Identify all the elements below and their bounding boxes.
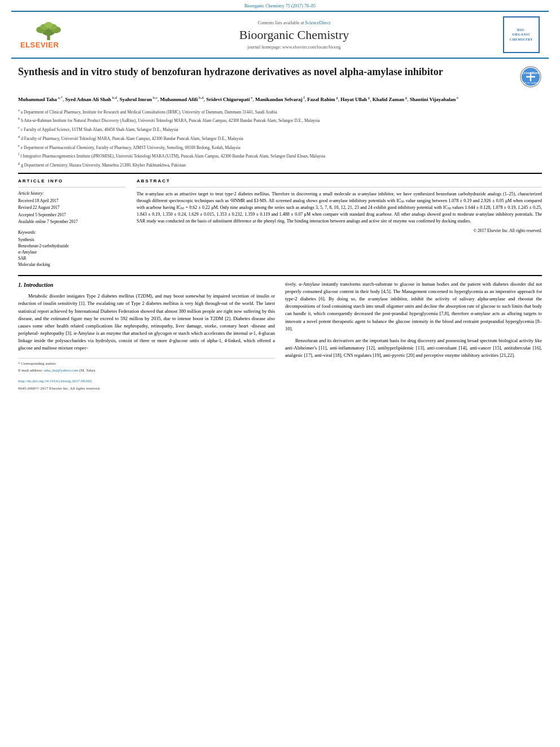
abstract-text: The α-amylase acts as attractive target … [137,191,542,225]
affil-d: d d Faculty of Pharmacy, Universiti Tekn… [18,134,542,142]
main-content: Synthesis and in vitro study of benzofur… [0,59,560,404]
keywords-label: Keywords: [18,230,125,235]
authors-line: Muhammad Taha a,*, Syed Adnan Ali Shah b… [18,95,542,104]
affil-g: g g Department of Chemistry, Hazara Univ… [18,160,542,168]
sciencedirect-link[interactable]: ScienceDirect [305,20,331,25]
doi-link[interactable]: http://dx.doi.org/10.1016/j.bioorg.2017.… [18,379,92,383]
journal-header-right: BIO-ORGANICCHEMISTRY [495,16,540,53]
journal-homepage: journal homepage: www.elsevier.com/locat… [94,45,495,50]
affiliations-block: a a Department of Clinical Pharmacy, Ins… [18,107,542,168]
article-info-column: ARTICLE INFO Article history: Received 1… [18,178,125,268]
elsevier-wordmark: ELSEVIER [20,41,59,49]
body-two-col: 1. Introduction Metabolic disorder insti… [18,281,542,394]
abstract-divider [137,187,542,187]
article-title: Synthesis and in vitro study of benzofur… [18,65,513,78]
keyword-3: SAR [18,256,125,261]
journal-header: ELSEVIER Contents lists available at Sci… [11,11,549,59]
email-link[interactable]: taha_hej@yahoo.com [44,368,78,373]
intro-paragraph-2: tively. α-Amylase instantly transforms s… [285,281,542,333]
history-label: Article history: [18,191,125,196]
elsevier-logo-block: ELSEVIER [20,21,94,49]
keyword-1: Benzofuran-2-carbohydrazide [18,243,125,248]
affil-b: b b Atta-ur-Rahman Institute for Natural… [18,116,542,124]
sciencedirect-line: Contents lists available at ScienceDirec… [94,20,495,25]
copyright-line: © 2017 Elsevier Inc. All rights reserved… [137,228,542,233]
journal-header-center: Contents lists available at ScienceDirec… [94,20,495,50]
article-title-section: Synthesis and in vitro study of benzofur… [18,65,542,89]
abstract-column: ABSTRACT The α-amylase acts as attractiv… [137,178,542,268]
divider-thick [18,173,542,174]
keyword-4: Molecular docking [18,262,125,267]
journal-title: Bioorganic Chemistry [94,28,495,42]
article-title-text-block: Synthesis and in vitro study of benzofur… [18,65,513,83]
abstract-header: ABSTRACT [137,178,542,184]
crossmark-icon: CrossMark click for updates [519,65,542,88]
intro-heading: 1. Introduction [18,281,275,290]
journal-ref-text: Bioorganic Chemistry 75 (2017) 78–85 [244,3,316,8]
keyword-0: Synthesis [18,237,125,242]
body-col-left: 1. Introduction Metabolic disorder insti… [18,281,275,394]
accepted-date: Accepted 5 September 2017 [18,212,125,219]
journal-header-left: ELSEVIER [20,21,94,49]
intro-paragraph-1: Metabolic disorder instigates Type 2 dia… [18,292,275,352]
footer-section: * Corresponding author. E-mail address: … [18,358,275,392]
online-date: Available online 7 September 2017 [18,219,125,225]
issn-line: 0045-2068/© 2017 Elsevier Inc. All right… [18,386,275,392]
doi-section: http://dx.doi.org/10.1016/j.bioorg.2017.… [18,377,275,385]
article-info-divider [18,187,125,187]
divider-body [18,275,542,276]
crossmark-badge[interactable]: CrossMark click for updates [519,65,542,89]
revised-date: Revised 22 August 2017 [18,205,125,211]
received-date: Received 18 April 2017 [18,198,125,204]
intro-paragraph-3: Benzofuran and its derivatives are the i… [285,337,542,360]
svg-point-6 [45,21,53,28]
elsevier-tree-icon [20,21,77,41]
affil-f: f f Integrative Pharmacogenomics Institu… [18,151,542,159]
article-info-header: ARTICLE INFO [18,178,125,184]
affil-c: c c Faculty of Applied Science, UiTM Sha… [18,125,542,133]
corresponding-author-note: * Corresponding author. [18,361,275,367]
article-info-abstract-columns: ARTICLE INFO Article history: Received 1… [18,178,542,268]
body-col-right: tively. α-Amylase instantly transforms s… [285,281,542,394]
affil-e: e e Department of Pharmaceutical Chemist… [18,143,542,151]
affil-a: a a Department of Clinical Pharmacy, Ins… [18,107,542,115]
journal-ref-bar: Bioorganic Chemistry 75 (2017) 78–85 [0,0,560,11]
keywords-section: Keywords: Synthesis Benzofuran-2-carbohy… [18,230,125,267]
email-note: E-mail address: taha_hej@yahoo.com (M. T… [18,368,275,374]
page-wrapper: Bioorganic Chemistry 75 (2017) 78–85 ELS… [0,0,560,747]
bio-organic-logo-icon: BIO-ORGANICCHEMISTRY [503,16,540,53]
keyword-2: α-Amylase [18,250,125,255]
svg-text:click for updates: click for updates [523,81,539,84]
